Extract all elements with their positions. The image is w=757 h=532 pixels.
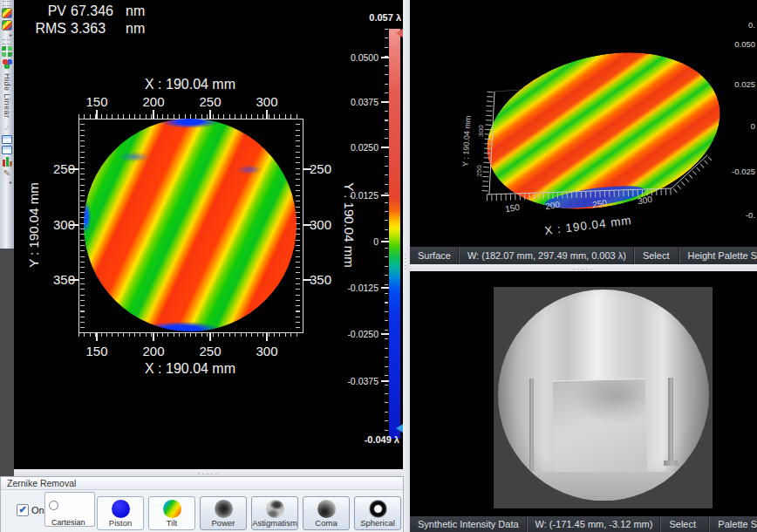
piston-button[interactable]: Piston [97, 496, 144, 530]
palette-scale-label: -0. [746, 210, 755, 220]
rms-label: RMS [30, 20, 66, 38]
intensity-statusbar: Synthetic Intensity Data W: (-171.45 mm,… [410, 516, 757, 532]
tilt-icon [163, 500, 181, 518]
y3d-tick-label: 250 [475, 165, 483, 177]
palette-scale-label: 0.050 [734, 39, 755, 49]
y-axis-title-left: Y : 190.04 mm [26, 182, 41, 267]
panel-title[interactable]: Synthetic Intensity Data [410, 519, 527, 529]
spherical-button[interactable]: Spherical [354, 496, 401, 530]
toolbar-overflow-arrow-2[interactable]: ▸ [0, 180, 14, 186]
cursor-readout: W: (182.07 mm, 297.49 mm, 0.003 λ) [460, 250, 634, 261]
palette-scale-label: 0.025 [734, 79, 755, 89]
test-part-silhouette [553, 379, 648, 474]
top-major-tick [209, 110, 211, 119]
splitter-grip[interactable]: ····· [403, 253, 410, 270]
bottom-minor-ticks [78, 332, 302, 337]
top-major-tick [153, 110, 154, 119]
coma-button-label: Coma [303, 519, 349, 528]
pv-label: PV [30, 3, 66, 20]
metrology-app-window: ▸ Hide Linear ✓ ✎ ▸ PV 67.346 nm RMS 3.3… [0, 0, 757, 532]
toolbar-grip-2[interactable] [3, 39, 11, 44]
cursor-readout: W: (-171.45 mm, -3.12 mm) [528, 519, 661, 529]
radio-cartesian-circle[interactable] [49, 501, 58, 510]
colorbar-tick-label: 0.0125 [309, 190, 378, 201]
palette-scale-label: 0 [751, 121, 755, 131]
fixture-post-foot [664, 460, 678, 466]
colorbar-tick-label: -0.0250 [309, 329, 378, 339]
surface-height-map[interactable] [84, 119, 297, 331]
toolbar-overflow-arrow[interactable]: ▸ [0, 32, 14, 38]
colorbar-tick-label: 0.0500 [309, 52, 378, 63]
vertical-splitter[interactable]: ····· [403, 0, 410, 532]
window-icon[interactable] [2, 135, 12, 144]
colorbar-minor-ticks [385, 29, 388, 439]
right-major-tick [303, 224, 311, 226]
fixture-post-right [668, 378, 673, 464]
rms-value: 3.363 [71, 20, 121, 38]
intensity-panel [410, 271, 757, 516]
power-button[interactable]: Power [200, 496, 247, 530]
toolbar-filler-strip [0, 249, 15, 476]
zernike-panel-title[interactable]: Zernike Removal [1, 477, 403, 490]
left-major-tick [70, 168, 78, 170]
colorbar-major-tick [381, 287, 389, 289]
pen-icon[interactable]: ✎ [2, 168, 12, 179]
astigmatism-button[interactable]: Astigmatism [251, 496, 298, 530]
surface-3d-plot[interactable]: 150 200 250 300 X : 190.04 mm 300 250 Y … [410, 0, 757, 247]
coma-button[interactable]: Coma [303, 496, 350, 530]
radio-cartesian[interactable]: Cartesian [49, 497, 94, 529]
colorbar-max-marker[interactable] [396, 29, 403, 38]
bottom-major-tick [209, 332, 211, 341]
x-tick-label: 300 [256, 94, 277, 109]
left-inner-ticks [80, 119, 85, 331]
x-tick-label-bottom: 300 [256, 344, 277, 358]
colorbar-major-tick [381, 380, 389, 382]
left-toolbar: ▸ Hide Linear ✓ ✎ ▸ [0, 0, 15, 249]
hide-linear-button[interactable]: Hide Linear [3, 72, 11, 120]
colorbar-tick-label: 0.0250 [309, 142, 378, 153]
pv-unit: nm [126, 3, 145, 20]
mode-select[interactable]: Select [635, 250, 678, 261]
mode-select[interactable]: Select [661, 519, 704, 529]
on-checkbox-label: On [31, 505, 44, 515]
palette-setup-button[interactable]: Height Palette S [680, 250, 757, 261]
colorbar-max-label: 0.057 λ [323, 12, 401, 23]
palette-scale-label: 0. [748, 20, 755, 30]
colorbar-major-tick [381, 57, 389, 58]
height-colorbar[interactable] [389, 29, 400, 439]
horizontal-splitter-left[interactable]: ····· [14, 469, 403, 476]
horizontal-splitter-right[interactable]: ····· [410, 264, 757, 271]
colorbar-min-marker[interactable] [396, 424, 403, 433]
colorbar-tick-label: -0.0125 [309, 283, 378, 293]
toolbar-grip[interactable] [3, 1, 11, 6]
astigmatism-icon [266, 500, 284, 518]
bar-chart-icon[interactable] [2, 156, 12, 167]
colorbar-min-label: -0.049 λ [321, 434, 399, 445]
intensity-aperture [498, 290, 709, 501]
rgb-spheres-icon[interactable] [2, 58, 12, 69]
intensity-image[interactable] [494, 287, 713, 508]
surface-map-2-icon[interactable] [2, 20, 12, 31]
panel-title[interactable]: Surface [410, 250, 459, 261]
left-major-tick [70, 279, 78, 281]
y3d-tick-label: 300 [477, 125, 485, 137]
window-2-icon[interactable] [2, 146, 12, 154]
surface-3d-panel: 150 200 250 300 X : 190.04 mm 300 250 Y … [410, 0, 757, 247]
colorbar-major-tick [381, 241, 389, 242]
palette-scale-label: -0.025 [732, 167, 755, 176]
right-inner-ticks [296, 119, 300, 331]
surface-map-icon[interactable] [2, 8, 12, 18]
grid-tiles-icon[interactable] [2, 46, 12, 57]
bottom-major-tick [153, 332, 154, 341]
spherical-icon [369, 500, 387, 518]
astigmatism-button-label: Astigmatism [252, 519, 297, 528]
power-icon [215, 500, 233, 518]
x-tick-label-bottom: 200 [142, 344, 164, 358]
palette-setup-button[interactable]: Palette S [710, 519, 757, 529]
piston-icon [112, 500, 130, 518]
top-major-tick [266, 110, 268, 119]
coordinate-mode-group: Cartesian Zernike [44, 492, 95, 527]
on-checkbox[interactable]: ✔ [17, 504, 29, 516]
checkmark-icon[interactable]: ✓ [2, 123, 12, 133]
tilt-button[interactable]: Tilt [148, 496, 195, 530]
